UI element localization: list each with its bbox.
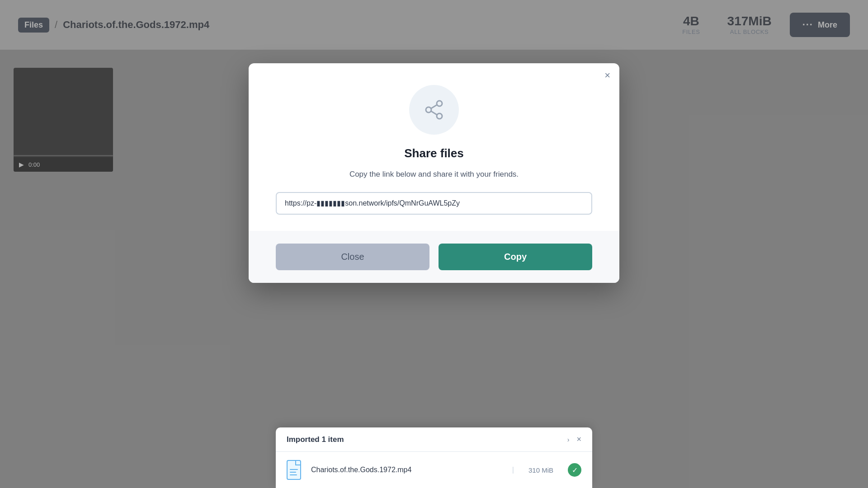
svg-line-4 <box>431 111 437 115</box>
import-close-button[interactable]: × <box>576 435 581 444</box>
chevron-down-icon[interactable]: › <box>567 436 570 443</box>
svg-point-2 <box>426 107 431 113</box>
modal-close-button[interactable]: × <box>604 70 610 80</box>
share-icon <box>422 98 446 122</box>
modal-body: Share files Copy the link below and shar… <box>249 63 619 231</box>
pipe-separator: | <box>512 466 514 474</box>
check-icon: ✓ <box>572 466 578 474</box>
modal-footer: Close Copy <box>249 231 619 283</box>
svg-rect-6 <box>290 469 298 470</box>
share-modal: × Share files Copy the link below and sh… <box>249 63 619 283</box>
import-file-size: 310 MiB <box>528 466 553 474</box>
file-icon <box>287 460 304 480</box>
copy-button[interactable]: Copy <box>439 244 592 270</box>
svg-rect-7 <box>290 472 296 473</box>
close-button[interactable]: Close <box>276 244 429 270</box>
import-header: Imported 1 item › × <box>276 427 592 452</box>
success-icon: ✓ <box>568 463 581 477</box>
import-header-actions: › × <box>567 435 581 444</box>
import-item: Chariots.of.the.Gods.1972.mp4 | 310 MiB … <box>276 452 592 488</box>
import-file-name: Chariots.of.the.Gods.1972.mp4 <box>311 466 505 474</box>
svg-point-0 <box>437 101 442 106</box>
import-panel: Imported 1 item › × Chariots.of.the.Gods… <box>276 427 592 488</box>
share-url-input[interactable] <box>285 199 583 207</box>
svg-line-3 <box>431 105 437 108</box>
modal-overlay: × Share files Copy the link below and sh… <box>0 0 868 488</box>
svg-rect-8 <box>290 474 297 475</box>
svg-point-1 <box>437 113 442 119</box>
url-input-wrapper <box>276 192 592 215</box>
share-icon-container <box>409 85 459 135</box>
modal-title: Share files <box>404 146 464 160</box>
modal-description: Copy the link below and share it with yo… <box>349 169 519 180</box>
import-title: Imported 1 item <box>287 435 344 444</box>
